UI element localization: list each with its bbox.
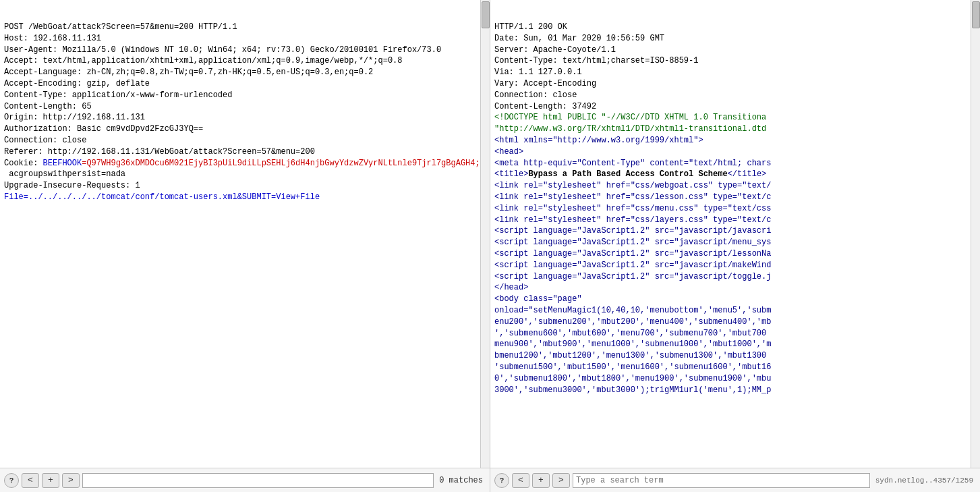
left-next-button[interactable]: > [62, 473, 80, 488]
line: Accept-Language: zh-CN,zh;q=0.8,zh-TW;q=… [4, 67, 476, 78]
left-search-input[interactable] [82, 473, 434, 488]
line: <meta http-equiv="Content-Type" content=… [494, 158, 967, 169]
line: <!DOCTYPE html PUBLIC "-//W3C//DTD XHTML… [494, 112, 967, 124]
line: Via: 1.1 127.0.0.1 [494, 67, 967, 78]
left-prev-button[interactable]: < [22, 473, 39, 488]
right-prev-button[interactable]: < [512, 473, 529, 488]
right-next-button[interactable]: > [552, 473, 570, 488]
line: 'submenu1500','mbut1500','menu1600','sub… [494, 362, 967, 373]
line: menu900','mbut900','menu1000','submenu10… [494, 339, 967, 350]
left-pane-inner: POST /WebGoat/attack?Screen=57&menu=200 … [0, 0, 490, 468]
right-pane: HTTP/1.1 200 OKDate: Sun, 01 Mar 2020 10… [490, 0, 980, 492]
line: <html xmlns="http://www.w3.org/1999/xhtm… [494, 135, 967, 146]
right-scrollbar-track[interactable] [971, 0, 980, 468]
line: Date: Sun, 01 Mar 2020 10:56:59 GMT [494, 33, 967, 45]
left-toolbar: ? < + > 0 matches [0, 468, 490, 492]
left-scrollbar[interactable] [480, 0, 490, 468]
line: <script language="JavaScript1.2" src="ja… [494, 237, 967, 248]
left-pane-content: POST /WebGoat/attack?Screen=57&menu=200 … [0, 0, 480, 468]
left-pane: POST /WebGoat/attack?Screen=57&menu=200 … [0, 0, 490, 492]
right-scrollbar-thumb[interactable] [972, 1, 980, 28]
line: Origin: http://192.168.11.131 [4, 112, 476, 124]
line: Connection: close [494, 90, 967, 101]
line: <script language="JavaScript1.2" src="ja… [494, 260, 967, 271]
line: <body class="page" [494, 294, 967, 305]
line: Content-Type: text/html;charset=ISO-8859… [494, 55, 967, 67]
right-scrollbar[interactable] [971, 0, 980, 468]
right-help-button[interactable]: ? [494, 473, 509, 488]
line: Content-Type: application/x-www-form-url… [4, 90, 476, 101]
line: 3000','submenu3000','mbut3000');trigMM1u… [494, 385, 967, 396]
line: acgroupswithpersist=nada [4, 169, 476, 180]
line: File=../../../../../tomcat/conf/tomcat-u… [4, 192, 476, 203]
line: bmenu1200','mbut1200','menu1300','submen… [494, 350, 967, 362]
line: Host: 192.168.11.131 [4, 33, 476, 45]
line: Vary: Accept-Encoding [494, 78, 967, 90]
line: <head> [494, 146, 967, 158]
line: Server: Apache-Coyote/1.1 [494, 45, 967, 56]
line: Referer: http://192.168.11.131/WebGoat/a… [4, 146, 476, 158]
line: HTTP/1.1 200 OK [494, 22, 967, 33]
line: </head> [494, 282, 967, 294]
line: <link rel="stylesheet" href="css/lesson.… [494, 192, 967, 203]
right-extra-text: sydn.netlog..4357/1259 [873, 476, 976, 485]
line: Authorization: Basic cm9vdDpvd2FzcGJ3YQ=… [4, 124, 476, 135]
left-match-count: 0 matches [436, 476, 486, 485]
line: <link rel="stylesheet" href="css/webgoat… [494, 180, 967, 192]
left-help-button[interactable]: ? [4, 473, 19, 488]
main-content: POST /WebGoat/attack?Screen=57&menu=200 … [0, 0, 980, 492]
right-search-input[interactable] [573, 473, 870, 488]
line: Cookie: BEEFHOOK=Q97WH9g36xDMDOcu6M021Ej… [4, 158, 476, 169]
line: 0','submenu1800','mbut1800','menu1900','… [494, 373, 967, 385]
line: POST /WebGoat/attack?Screen=57&menu=200 … [4, 22, 476, 33]
line: Accept: text/html,application/xhtml+xml,… [4, 55, 476, 67]
line: User-Agent: Mozilla/5.0 (Windows NT 10.0… [4, 45, 476, 56]
line: Content-Length: 65 [4, 101, 476, 113]
line: "http://www.w3.org/TR/xhtml1/DTD/xhtml1-… [494, 124, 967, 135]
line: enu200','submenu200','mbut200','menu400'… [494, 317, 967, 328]
line: onload="setMenuMagic1(10,40,10,'menubott… [494, 305, 967, 317]
line: <title>Bypass a Path Based Access Contro… [494, 169, 967, 180]
line: Accept-Encoding: gzip, deflate [4, 78, 476, 90]
right-pane-inner: HTTP/1.1 200 OKDate: Sun, 01 Mar 2020 10… [490, 0, 980, 468]
line: ','submenu600','mbut600','menu700','subm… [494, 328, 967, 339]
right-toolbar: ? < + > sydn.netlog..4357/1259 [490, 468, 980, 492]
line: <script language="JavaScript1.2" src="ja… [494, 225, 967, 237]
line: Content-Length: 37492 [494, 101, 967, 113]
line: <link rel="stylesheet" href="css/menu.cs… [494, 203, 967, 215]
left-scrollbar-thumb[interactable] [482, 1, 490, 28]
line: <script language="JavaScript1.2" src="ja… [494, 271, 967, 283]
right-next-plus-button[interactable]: + [532, 473, 550, 488]
right-pane-content: HTTP/1.1 200 OKDate: Sun, 01 Mar 2020 10… [490, 0, 971, 468]
line: Upgrade-Insecure-Requests: 1 [4, 180, 476, 192]
left-scrollbar-track[interactable] [481, 0, 490, 468]
left-next-plus-button[interactable]: + [42, 473, 59, 488]
line: <link rel="stylesheet" href="css/layers.… [494, 215, 967, 226]
line: <script language="JavaScript1.2" src="ja… [494, 248, 967, 260]
line: Connection: close [4, 135, 476, 146]
